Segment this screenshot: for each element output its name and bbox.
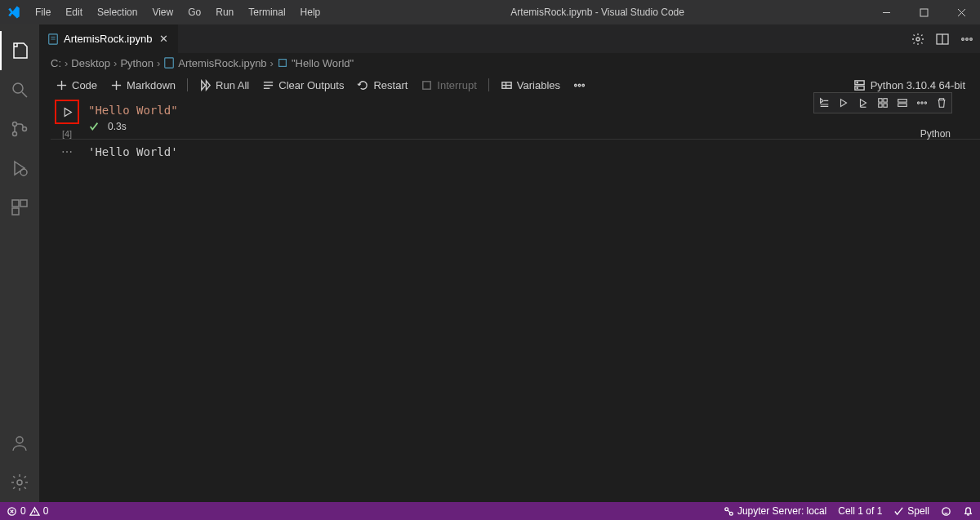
symbol-icon — [277, 57, 288, 69]
run-all-button[interactable]: Run All — [193, 78, 256, 93]
run-by-line-icon[interactable] — [814, 92, 834, 113]
cell-output: 'Hello World' — [83, 140, 183, 164]
delete-cell-icon[interactable] — [932, 92, 951, 113]
menu-go[interactable]: Go — [180, 0, 208, 24]
run-cell-button[interactable] — [55, 100, 79, 124]
restart-button[interactable]: Restart — [350, 78, 414, 93]
svg-rect-48 — [884, 104, 887, 107]
menu-bar: File Edit Selection View Go Run Terminal… — [28, 0, 327, 24]
svg-point-13 — [16, 437, 23, 443]
menu-view[interactable]: View — [145, 0, 180, 24]
variables-button[interactable]: Variables — [494, 78, 567, 93]
settings-gear-icon[interactable] — [0, 463, 39, 502]
svg-line-5 — [22, 92, 27, 97]
remote-icon — [724, 506, 734, 517]
source-control-icon[interactable] — [0, 109, 39, 149]
gear-icon[interactable] — [911, 33, 924, 46]
svg-rect-1 — [920, 9, 928, 16]
svg-line-60 — [728, 510, 730, 513]
svg-point-38 — [578, 84, 580, 86]
explorer-icon[interactable] — [0, 31, 39, 70]
menu-edit[interactable]: Edit — [58, 0, 90, 24]
svg-rect-24 — [165, 58, 174, 68]
more-actions-icon[interactable] — [893, 92, 912, 113]
breadcrumb-symbol[interactable]: "Hello World" — [292, 57, 354, 69]
breadcrumb-python[interactable]: Python — [120, 57, 153, 69]
cell-toolbar — [813, 92, 952, 113]
svg-point-23 — [970, 38, 973, 40]
vscode-logo-icon — [7, 5, 21, 20]
svg-point-22 — [966, 38, 969, 40]
split-cell-icon[interactable] — [873, 92, 893, 113]
svg-rect-11 — [20, 200, 27, 207]
error-icon — [7, 506, 17, 517]
svg-point-58 — [725, 507, 728, 510]
cell-language-label[interactable]: Python — [920, 128, 951, 140]
tab-artemisrock[interactable]: ArtemisRock.ipynb ✕ — [39, 24, 179, 53]
svg-point-9 — [20, 169, 27, 176]
svg-point-51 — [917, 102, 919, 104]
execute-above-icon[interactable] — [834, 92, 853, 113]
minimize-button[interactable] — [867, 0, 905, 24]
check-icon — [893, 506, 904, 517]
toolbar-more-button[interactable] — [567, 78, 592, 93]
svg-point-7 — [13, 132, 17, 136]
menu-file[interactable]: File — [28, 0, 58, 24]
accounts-icon[interactable] — [0, 424, 39, 463]
svg-point-52 — [921, 102, 923, 104]
warning-icon — [29, 506, 40, 517]
breadcrumb-c[interactable]: C: — [51, 57, 61, 69]
svg-rect-10 — [12, 200, 19, 207]
menu-help[interactable]: Help — [293, 0, 328, 24]
notebook-icon — [163, 57, 175, 69]
activity-bar — [0, 24, 39, 502]
clear-outputs-button[interactable]: Clear Outputs — [256, 78, 350, 93]
breadcrumb-desktop[interactable]: Desktop — [71, 57, 110, 69]
search-icon[interactable] — [0, 70, 39, 109]
breadcrumb-file[interactable]: ArtemisRock.ipynb — [178, 57, 266, 69]
output-collapse-icon[interactable]: ⋯ — [51, 140, 83, 158]
svg-rect-33 — [423, 81, 430, 88]
status-problems[interactable]: 0 0 — [7, 505, 48, 517]
svg-point-6 — [13, 122, 17, 127]
svg-point-53 — [924, 102, 926, 104]
server-icon — [853, 79, 866, 91]
svg-rect-12 — [12, 208, 19, 215]
more-icon[interactable] — [960, 33, 973, 46]
breadcrumb[interactable]: C:› Desktop› Python› ArtemisRock.ipynb› … — [39, 53, 980, 73]
execute-below-icon[interactable] — [853, 92, 873, 113]
close-button[interactable] — [942, 0, 980, 24]
window-controls — [867, 0, 980, 24]
menu-selection[interactable]: Selection — [90, 0, 145, 24]
split-editor-icon[interactable] — [936, 33, 949, 46]
svg-point-8 — [23, 127, 27, 131]
menu-terminal[interactable]: Terminal — [241, 0, 292, 24]
title-bar: File Edit Selection View Go Run Terminal… — [0, 0, 980, 24]
add-code-button[interactable]: Code — [49, 78, 104, 93]
kernel-selector[interactable]: Python 3.10.4 64-bit — [849, 78, 970, 93]
tab-row: ArtemisRock.ipynb ✕ — [39, 24, 980, 53]
cell-area: [4] "Hello World" 0.3s Python ⋯ 'Hello W… — [39, 97, 980, 502]
interrupt-button: Interrupt — [414, 78, 483, 93]
maximize-button[interactable] — [905, 0, 942, 24]
extensions-icon[interactable] — [0, 188, 39, 227]
editor-actions — [911, 33, 973, 46]
status-jupyter[interactable]: Jupyter Server: local — [724, 505, 826, 517]
svg-point-18 — [916, 38, 920, 41]
cell-more-icon[interactable] — [912, 92, 932, 113]
svg-point-61 — [942, 507, 950, 514]
status-bell-icon[interactable] — [963, 506, 973, 517]
status-spell[interactable]: Spell — [893, 505, 929, 517]
svg-point-39 — [582, 84, 584, 86]
menu-run[interactable]: Run — [208, 0, 241, 24]
notebook-icon — [47, 33, 59, 45]
status-feedback-icon[interactable] — [941, 506, 951, 517]
kernel-label: Python 3.10.4 64-bit — [871, 79, 965, 91]
tab-close-icon[interactable]: ✕ — [157, 33, 170, 46]
status-cell-count[interactable]: Cell 1 of 1 — [838, 505, 882, 517]
status-bar: 0 0 Jupyter Server: local Cell 1 of 1 Sp… — [0, 502, 980, 520]
check-icon — [88, 121, 100, 132]
add-markdown-button[interactable]: Markdown — [104, 78, 182, 93]
svg-point-42 — [857, 82, 858, 82]
run-debug-icon[interactable] — [0, 149, 39, 188]
